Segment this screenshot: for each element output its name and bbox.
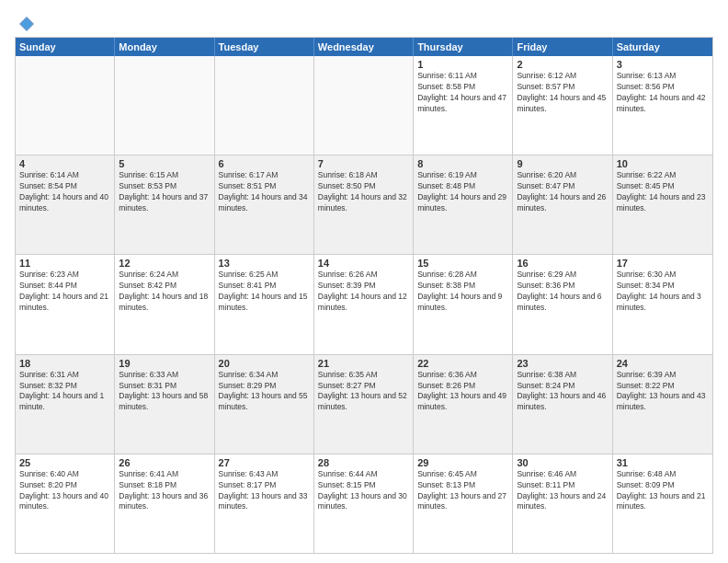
day-number: 11 xyxy=(19,258,110,269)
week-row-3: 18Sunrise: 6:31 AM Sunset: 8:32 PM Dayli… xyxy=(16,355,712,454)
day-number: 3 xyxy=(617,59,709,70)
day-cell-19: 19Sunrise: 6:33 AM Sunset: 8:31 PM Dayli… xyxy=(115,355,214,454)
day-number: 5 xyxy=(119,158,210,169)
day-info: Sunrise: 6:29 AM Sunset: 8:36 PM Dayligh… xyxy=(517,270,608,314)
week-row-0: 1Sunrise: 6:11 AM Sunset: 8:58 PM Daylig… xyxy=(16,56,712,155)
day-number: 1 xyxy=(417,59,508,70)
day-info: Sunrise: 6:46 AM Sunset: 8:11 PM Dayligh… xyxy=(517,469,608,513)
day-cell-16: 16Sunrise: 6:29 AM Sunset: 8:36 PM Dayli… xyxy=(513,255,612,353)
day-number: 9 xyxy=(517,158,608,169)
day-cell-18: 18Sunrise: 6:31 AM Sunset: 8:32 PM Dayli… xyxy=(16,355,115,454)
day-cell-22: 22Sunrise: 6:36 AM Sunset: 8:26 PM Dayli… xyxy=(414,355,513,454)
day-number: 22 xyxy=(417,358,508,369)
day-info: Sunrise: 6:23 AM Sunset: 8:44 PM Dayligh… xyxy=(19,270,110,314)
day-info: Sunrise: 6:48 AM Sunset: 8:09 PM Dayligh… xyxy=(617,469,709,513)
day-cell-9: 9Sunrise: 6:20 AM Sunset: 8:47 PM Daylig… xyxy=(513,155,612,254)
day-number: 16 xyxy=(517,258,608,269)
day-cell-7: 7Sunrise: 6:18 AM Sunset: 8:50 PM Daylig… xyxy=(314,155,414,254)
day-number: 31 xyxy=(617,457,709,468)
day-cell-10: 10Sunrise: 6:22 AM Sunset: 8:45 PM Dayli… xyxy=(613,155,712,254)
day-number: 26 xyxy=(119,457,210,468)
day-cell-5: 5Sunrise: 6:15 AM Sunset: 8:53 PM Daylig… xyxy=(115,155,214,254)
day-number: 13 xyxy=(219,258,310,269)
day-cell-3: 3Sunrise: 6:13 AM Sunset: 8:56 PM Daylig… xyxy=(613,56,712,155)
day-info: Sunrise: 6:12 AM Sunset: 8:57 PM Dayligh… xyxy=(517,71,608,115)
day-cell-24: 24Sunrise: 6:39 AM Sunset: 8:22 PM Dayli… xyxy=(613,355,712,454)
day-number: 10 xyxy=(617,158,709,169)
day-cell-2: 2Sunrise: 6:12 AM Sunset: 8:57 PM Daylig… xyxy=(513,56,612,155)
header xyxy=(15,15,713,29)
day-cell-4: 4Sunrise: 6:14 AM Sunset: 8:54 PM Daylig… xyxy=(16,155,115,254)
day-info: Sunrise: 6:30 AM Sunset: 8:34 PM Dayligh… xyxy=(617,270,709,314)
empty-cell xyxy=(314,56,414,155)
empty-cell xyxy=(215,56,314,155)
day-number: 6 xyxy=(219,158,310,169)
empty-cell xyxy=(16,56,115,155)
day-cell-23: 23Sunrise: 6:38 AM Sunset: 8:24 PM Dayli… xyxy=(513,355,612,454)
logo-icon xyxy=(17,15,36,33)
day-info: Sunrise: 6:15 AM Sunset: 8:53 PM Dayligh… xyxy=(119,170,210,214)
header-sunday: Sunday xyxy=(16,38,115,56)
day-info: Sunrise: 6:20 AM Sunset: 8:47 PM Dayligh… xyxy=(517,170,608,214)
day-number: 12 xyxy=(119,258,210,269)
day-cell-21: 21Sunrise: 6:35 AM Sunset: 8:27 PM Dayli… xyxy=(314,355,414,454)
day-cell-15: 15Sunrise: 6:28 AM Sunset: 8:38 PM Dayli… xyxy=(414,255,513,353)
day-info: Sunrise: 6:39 AM Sunset: 8:22 PM Dayligh… xyxy=(617,370,709,414)
day-info: Sunrise: 6:26 AM Sunset: 8:39 PM Dayligh… xyxy=(318,270,409,314)
day-cell-8: 8Sunrise: 6:19 AM Sunset: 8:48 PM Daylig… xyxy=(414,155,513,254)
day-cell-20: 20Sunrise: 6:34 AM Sunset: 8:29 PM Dayli… xyxy=(215,355,314,454)
day-info: Sunrise: 6:28 AM Sunset: 8:38 PM Dayligh… xyxy=(417,270,508,314)
day-info: Sunrise: 6:44 AM Sunset: 8:15 PM Dayligh… xyxy=(318,469,409,513)
day-number: 15 xyxy=(417,258,508,269)
day-number: 25 xyxy=(19,457,110,468)
day-cell-14: 14Sunrise: 6:26 AM Sunset: 8:39 PM Dayli… xyxy=(314,255,414,353)
day-info: Sunrise: 6:31 AM Sunset: 8:32 PM Dayligh… xyxy=(19,370,110,414)
week-row-1: 4Sunrise: 6:14 AM Sunset: 8:54 PM Daylig… xyxy=(16,155,712,255)
day-info: Sunrise: 6:24 AM Sunset: 8:42 PM Dayligh… xyxy=(119,270,210,314)
day-cell-13: 13Sunrise: 6:25 AM Sunset: 8:41 PM Dayli… xyxy=(215,255,314,353)
logo-text xyxy=(15,15,37,33)
day-cell-31: 31Sunrise: 6:48 AM Sunset: 8:09 PM Dayli… xyxy=(613,454,712,553)
day-number: 14 xyxy=(318,258,409,269)
day-number: 18 xyxy=(19,358,110,369)
header-friday: Friday xyxy=(513,38,612,56)
day-info: Sunrise: 6:41 AM Sunset: 8:18 PM Dayligh… xyxy=(119,469,210,513)
day-number: 30 xyxy=(517,457,608,468)
day-cell-11: 11Sunrise: 6:23 AM Sunset: 8:44 PM Dayli… xyxy=(16,255,115,353)
day-number: 27 xyxy=(219,457,310,468)
day-number: 19 xyxy=(119,358,210,369)
day-info: Sunrise: 6:38 AM Sunset: 8:24 PM Dayligh… xyxy=(517,370,608,414)
day-info: Sunrise: 6:43 AM Sunset: 8:17 PM Dayligh… xyxy=(219,469,310,513)
day-number: 21 xyxy=(318,358,409,369)
day-info: Sunrise: 6:17 AM Sunset: 8:51 PM Dayligh… xyxy=(219,170,310,214)
day-info: Sunrise: 6:40 AM Sunset: 8:20 PM Dayligh… xyxy=(19,469,110,513)
day-info: Sunrise: 6:11 AM Sunset: 8:58 PM Dayligh… xyxy=(417,71,508,115)
header-saturday: Saturday xyxy=(613,38,712,56)
day-number: 20 xyxy=(219,358,310,369)
day-info: Sunrise: 6:13 AM Sunset: 8:56 PM Dayligh… xyxy=(617,71,709,115)
day-cell-12: 12Sunrise: 6:24 AM Sunset: 8:42 PM Dayli… xyxy=(115,255,214,353)
svg-marker-1 xyxy=(21,18,32,29)
calendar-header: Sunday Monday Tuesday Wednesday Thursday… xyxy=(16,38,712,56)
day-info: Sunrise: 6:25 AM Sunset: 8:41 PM Dayligh… xyxy=(219,270,310,314)
day-cell-6: 6Sunrise: 6:17 AM Sunset: 8:51 PM Daylig… xyxy=(215,155,314,254)
day-info: Sunrise: 6:18 AM Sunset: 8:50 PM Dayligh… xyxy=(318,170,409,214)
day-cell-26: 26Sunrise: 6:41 AM Sunset: 8:18 PM Dayli… xyxy=(115,454,214,553)
day-number: 24 xyxy=(617,358,709,369)
day-cell-27: 27Sunrise: 6:43 AM Sunset: 8:17 PM Dayli… xyxy=(215,454,314,553)
empty-cell xyxy=(115,56,214,155)
day-cell-29: 29Sunrise: 6:45 AM Sunset: 8:13 PM Dayli… xyxy=(414,454,513,553)
header-wednesday: Wednesday xyxy=(314,38,414,56)
day-cell-30: 30Sunrise: 6:46 AM Sunset: 8:11 PM Dayli… xyxy=(513,454,612,553)
day-number: 7 xyxy=(318,158,409,169)
day-info: Sunrise: 6:19 AM Sunset: 8:48 PM Dayligh… xyxy=(417,170,508,214)
day-cell-1: 1Sunrise: 6:11 AM Sunset: 8:58 PM Daylig… xyxy=(414,56,513,155)
page: Sunday Monday Tuesday Wednesday Thursday… xyxy=(0,0,728,563)
day-info: Sunrise: 6:22 AM Sunset: 8:45 PM Dayligh… xyxy=(617,170,709,214)
day-info: Sunrise: 6:45 AM Sunset: 8:13 PM Dayligh… xyxy=(417,469,508,513)
logo xyxy=(15,15,37,29)
week-row-4: 25Sunrise: 6:40 AM Sunset: 8:20 PM Dayli… xyxy=(16,454,712,553)
header-tuesday: Tuesday xyxy=(215,38,314,56)
day-number: 8 xyxy=(417,158,508,169)
day-number: 23 xyxy=(517,358,608,369)
